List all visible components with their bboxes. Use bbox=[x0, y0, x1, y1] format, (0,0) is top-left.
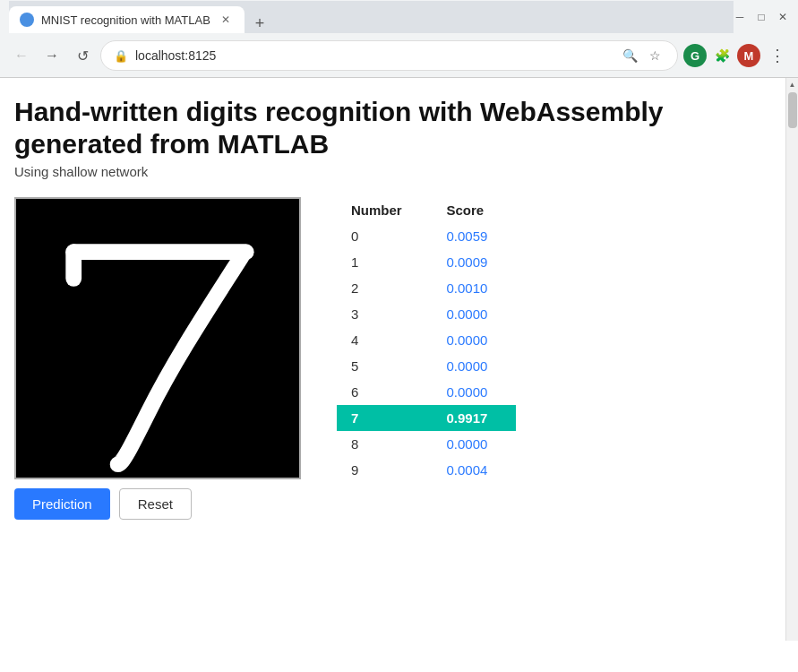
score-number-cell: 9 bbox=[337, 457, 432, 483]
table-row: 40.0000 bbox=[337, 327, 516, 353]
url-bar[interactable]: 🔒 localhost:8125 🔍 ☆ bbox=[100, 40, 678, 71]
score-value-cell: 0.9917 bbox=[432, 405, 516, 431]
table-row: 60.0000 bbox=[337, 379, 516, 405]
score-value-cell: 0.0000 bbox=[432, 379, 516, 405]
score-value-cell: 0.0000 bbox=[432, 301, 516, 327]
score-number-cell: 5 bbox=[337, 353, 432, 379]
table-row: 30.0000 bbox=[337, 301, 516, 327]
canvas-section: Prediction Reset bbox=[14, 197, 301, 520]
refresh-button[interactable]: ↺ bbox=[70, 43, 95, 68]
score-value-cell: 0.0000 bbox=[432, 327, 516, 353]
scrollbar[interactable]: ▲ bbox=[785, 78, 798, 641]
score-value-cell: 0.0010 bbox=[432, 275, 516, 301]
tab-close-icon[interactable]: ✕ bbox=[218, 12, 234, 28]
score-number-cell: 8 bbox=[337, 431, 432, 457]
close-button[interactable]: ✕ bbox=[777, 11, 789, 23]
tab-label: MNIST recognition with MATLAB bbox=[41, 13, 210, 27]
scrollbar-up-arrow[interactable]: ▲ bbox=[786, 78, 799, 90]
table-row: 20.0010 bbox=[337, 275, 516, 301]
page-subtitle: Using shallow network bbox=[14, 164, 771, 179]
active-tab[interactable]: MNIST recognition with MATLAB ✕ bbox=[9, 6, 245, 33]
score-number-cell: 4 bbox=[337, 327, 432, 353]
col-number-header: Number bbox=[337, 197, 432, 223]
page-content: Hand-written digits recognition with Web… bbox=[0, 78, 785, 641]
score-value-cell: 0.0000 bbox=[432, 353, 516, 379]
score-number-cell: 1 bbox=[337, 249, 432, 275]
minimize-button[interactable]: ─ bbox=[734, 11, 746, 23]
reset-button[interactable]: Reset bbox=[119, 488, 192, 520]
page-title: Hand-written digits recognition with Web… bbox=[14, 96, 771, 160]
tab-favicon bbox=[20, 13, 34, 27]
digit-svg bbox=[16, 199, 299, 478]
url-text: localhost:8125 bbox=[135, 48, 613, 63]
lock-icon: 🔒 bbox=[114, 49, 128, 63]
new-tab-button[interactable]: + bbox=[250, 14, 270, 33]
forward-button[interactable]: → bbox=[39, 43, 64, 68]
drawing-canvas[interactable] bbox=[14, 197, 301, 479]
table-row: 00.0059 bbox=[337, 223, 516, 249]
table-row: 70.9917 bbox=[337, 405, 516, 431]
score-value-cell: 0.0009 bbox=[432, 249, 516, 275]
prediction-button[interactable]: Prediction bbox=[14, 488, 110, 520]
score-value-cell: 0.0000 bbox=[432, 431, 516, 457]
profile-g-icon[interactable]: G bbox=[683, 44, 707, 67]
score-value-cell: 0.0004 bbox=[432, 457, 516, 483]
score-number-cell: 7 bbox=[337, 405, 432, 431]
table-row: 80.0000 bbox=[337, 431, 516, 457]
table-row: 10.0009 bbox=[337, 249, 516, 275]
menu-button[interactable]: ⋮ bbox=[766, 46, 789, 65]
score-number-cell: 0 bbox=[337, 223, 432, 249]
maximize-button[interactable]: □ bbox=[755, 11, 768, 23]
score-number-cell: 2 bbox=[337, 275, 432, 301]
profile-m-icon[interactable]: M bbox=[737, 44, 760, 67]
score-number-cell: 6 bbox=[337, 379, 432, 405]
bookmark-icon[interactable]: ☆ bbox=[645, 46, 665, 65]
extensions-icon[interactable]: 🧩 bbox=[712, 46, 732, 65]
back-button[interactable]: ← bbox=[9, 43, 34, 68]
search-icon[interactable]: 🔍 bbox=[620, 46, 639, 65]
table-row: 90.0004 bbox=[337, 457, 516, 483]
score-number-cell: 3 bbox=[337, 301, 432, 327]
scrollbar-thumb[interactable] bbox=[788, 92, 797, 128]
col-score-header: Score bbox=[432, 197, 516, 223]
scores-table: Number Score 00.005910.000920.001030.000… bbox=[337, 197, 516, 483]
score-value-cell: 0.0059 bbox=[432, 223, 516, 249]
table-row: 50.0000 bbox=[337, 353, 516, 379]
canvas-buttons: Prediction Reset bbox=[14, 488, 301, 520]
